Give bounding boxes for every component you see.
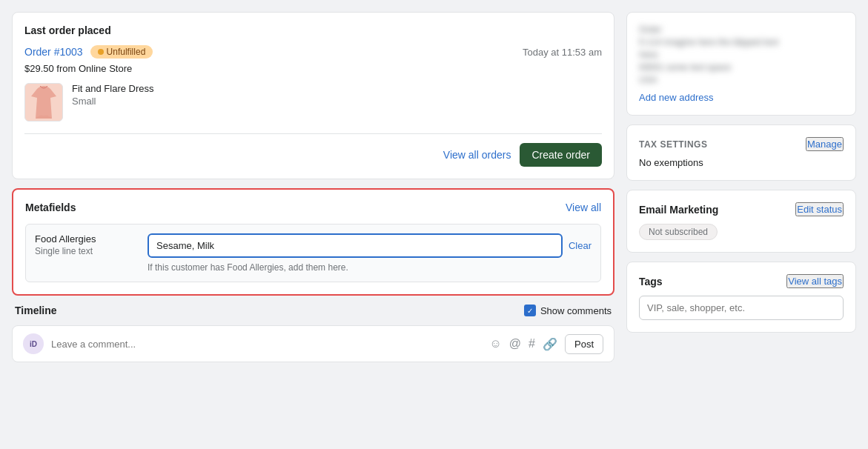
view-all-orders-button[interactable]: View all orders	[443, 149, 511, 161]
avatar-text: iD	[30, 340, 37, 348]
order-amount: $29.50 from Online Store	[24, 63, 602, 74]
show-comments-label: Show comments	[540, 305, 612, 316]
comment-box: iD ☺ @ # 🔗 Post	[12, 325, 614, 362]
not-subscribed-badge: Not subscribed	[639, 224, 718, 240]
attachment-icon[interactable]: 🔗	[543, 337, 557, 351]
timeline-title: Timeline	[15, 305, 57, 316]
tags-title: Tags	[639, 276, 663, 287]
blurred-line-3: Here	[639, 50, 844, 60]
blurred-line-2: 5-114 imagine here the blipped text	[639, 37, 844, 47]
blurred-line-1: Order	[639, 24, 844, 35]
metafield-hint: If this customer has Food Allergies, add…	[148, 262, 592, 273]
order-number[interactable]: Order #1003	[24, 46, 83, 58]
tax-settings-card: TAX SETTINGS Manage No exemptions	[626, 124, 856, 181]
metafields-inner: Food Allergies Single line text Clear If…	[25, 224, 601, 282]
order-item-details: Fit and Flare Dress Small	[72, 83, 154, 107]
checkmark-icon: ✓	[527, 307, 533, 315]
avatar: iD	[23, 333, 44, 354]
blurred-line-5: USA	[639, 75, 844, 85]
food-allergies-input[interactable]	[148, 233, 563, 258]
address-card: Order 5-114 imagine here the blipped tex…	[626, 12, 856, 116]
hashtag-icon[interactable]: #	[529, 337, 535, 350]
item-name: Fit and Flare Dress	[72, 83, 154, 94]
view-all-metafields-button[interactable]: View all	[566, 202, 601, 213]
last-order-title: Last order placed	[24, 24, 602, 36]
metafields-title: Metafields	[25, 202, 76, 213]
last-order-card: Last order placed Order #1003 Unfulfille…	[12, 12, 614, 179]
metafield-type: Single line text	[35, 246, 139, 256]
item-variant: Small	[72, 96, 154, 107]
no-exemptions-text: No exemptions	[639, 157, 844, 168]
tags-card: Tags View all tags	[626, 262, 856, 333]
show-comments-toggle[interactable]: ✓ Show comments	[524, 305, 612, 316]
email-marketing-header: Email Marketing Edit status	[639, 202, 844, 216]
tags-input[interactable]	[639, 296, 844, 320]
mention-icon[interactable]: @	[509, 337, 521, 350]
unfulfilled-badge: Unfulfilled	[90, 45, 153, 59]
manage-tax-button[interactable]: Manage	[806, 137, 844, 151]
product-image	[24, 83, 63, 122]
tax-settings-label: TAX SETTINGS	[639, 139, 707, 150]
clear-button[interactable]: Clear	[569, 240, 592, 251]
metafield-label: Food Allergies Single line text	[35, 233, 139, 256]
tax-settings-header: TAX SETTINGS Manage	[639, 137, 844, 151]
order-item: Fit and Flare Dress Small	[24, 83, 602, 122]
dress-svg-icon	[30, 86, 58, 119]
comment-icons: ☺ @ # 🔗 Post	[489, 334, 603, 354]
metafields-header: Metafields View all	[25, 202, 601, 213]
order-date: Today at 11:53 am	[523, 47, 602, 58]
edit-status-button[interactable]: Edit status	[795, 202, 844, 216]
timeline-header: Timeline ✓ Show comments	[15, 305, 612, 316]
badge-dot-icon	[98, 49, 104, 55]
view-all-tags-button[interactable]: View all tags	[786, 274, 844, 288]
emoji-icon[interactable]: ☺	[489, 337, 501, 350]
email-marketing-title: Email Marketing	[639, 204, 718, 216]
tags-header: Tags View all tags	[639, 274, 844, 288]
email-marketing-card: Email Marketing Edit status Not subscrib…	[626, 190, 856, 253]
create-order-button[interactable]: Create order	[520, 143, 602, 167]
show-comments-checkbox[interactable]: ✓	[524, 305, 536, 316]
metafield-input-wrapper: Clear	[148, 233, 592, 258]
blurred-line-4: 00001 some text space	[639, 62, 844, 73]
metafield-row: Food Allergies Single line text Clear	[35, 233, 592, 258]
metafields-card: Metafields View all Food Allergies Singl…	[12, 188, 614, 296]
comment-input[interactable]	[51, 339, 482, 350]
unfulfilled-label: Unfulfilled	[107, 47, 146, 57]
timeline-section: Timeline ✓ Show comments	[12, 305, 614, 316]
add-address-link[interactable]: Add new address	[639, 92, 713, 103]
post-button[interactable]: Post	[565, 334, 603, 354]
order-actions: View all orders Create order	[24, 133, 602, 167]
metafield-name: Food Allergies	[35, 233, 139, 245]
